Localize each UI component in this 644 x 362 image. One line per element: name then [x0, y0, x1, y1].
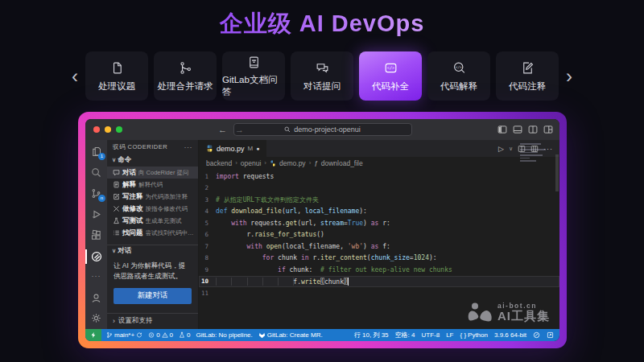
- history-nav: ← →: [218, 125, 244, 134]
- split-editor-icon[interactable]: [528, 125, 538, 134]
- explorer-badge: 1: [98, 153, 105, 160]
- ai-bot-logo-icon: [467, 302, 493, 323]
- tab-chat-ask[interactable]: 对话提问: [291, 51, 353, 101]
- layout-controls: [497, 125, 553, 134]
- tab-code-explain[interactable]: </> 代码解释: [427, 51, 490, 101]
- code-line: 3# 从指定URL下载文件到指定文件夹: [199, 194, 559, 206]
- commands-section-header[interactable]: ∨命令: [107, 154, 198, 167]
- toggle-panel-icon[interactable]: [513, 125, 522, 134]
- code-line: 1import requests: [199, 171, 559, 183]
- minimap-line: [520, 149, 546, 150]
- page: 企业级 AI DevOps ‹ 处理议题 处理合并请求 GitLab文档问答: [0, 0, 644, 362]
- run-debug-icon: [90, 208, 102, 220]
- command-chat[interactable]: 对话 向 CodeRider 提问: [107, 167, 198, 179]
- status-bar: main*+ 0 0 0 GitLab: No pipeline.: [85, 329, 559, 341]
- tab-filename: demo.py: [217, 145, 245, 153]
- beaker-icon: [179, 331, 185, 339]
- account-icon[interactable]: [90, 292, 102, 304]
- toggle-sidebar-icon[interactable]: [497, 125, 507, 134]
- branch-status[interactable]: main*+: [106, 331, 142, 339]
- traffic-lights: [93, 126, 122, 133]
- python-runtime[interactable]: 3.9.6 64-bit: [494, 331, 526, 339]
- feedback-icon[interactable]: [547, 331, 554, 339]
- tab-label: 代码补全: [372, 80, 409, 93]
- command-center-search[interactable]: demo-project-openui: [233, 123, 412, 136]
- carousel-prev-button[interactable]: ‹: [64, 67, 85, 86]
- remote-lightning-icon: [90, 331, 97, 339]
- window-body: 1 n: [85, 140, 559, 329]
- coderider-status-icon[interactable]: [533, 331, 540, 339]
- tab-label: 处理议题: [98, 80, 135, 93]
- run-chevron-icon[interactable]: ∨: [509, 146, 513, 152]
- coderider-sidebar: 驭码 CODERIDER ··· ∨命令 对话 向 CodeRider 提问 解…: [107, 140, 199, 329]
- activity-search[interactable]: [85, 167, 107, 179]
- tab-code-completion[interactable]: </> 代码补全: [359, 51, 422, 101]
- minimap-line: [520, 154, 543, 156]
- activity-run-debug[interactable]: [85, 208, 107, 220]
- code-line: 6 r.raise_for_status(): [199, 229, 559, 241]
- feature-carousel: ‹ 处理议题 处理合并请求 GitLab文档问答: [0, 51, 644, 101]
- chat-section-header[interactable]: ∨对话: [107, 245, 198, 257]
- breadcrumb-sep: ›: [235, 159, 237, 167]
- titlebar: ← → demo-project-openui: [85, 119, 559, 140]
- minimap-line: [520, 158, 530, 159]
- settings-support-footer[interactable]: › 设置和支持: [107, 313, 198, 329]
- sync-icon: [136, 331, 142, 339]
- minimap[interactable]: [520, 143, 552, 162]
- carousel-next-button[interactable]: ›: [559, 67, 580, 86]
- problems-status[interactable]: 0 0: [148, 331, 173, 339]
- forward-icon[interactable]: →: [235, 125, 244, 134]
- sidebar-more-icon[interactable]: ···: [184, 143, 193, 151]
- customize-layout-icon[interactable]: [543, 125, 553, 134]
- test-status[interactable]: 0: [179, 331, 190, 339]
- document-icon: [113, 181, 120, 188]
- gitlab-pipeline-status[interactable]: GitLab: No pipeline.: [196, 331, 252, 339]
- breadcrumb-sep: ›: [264, 159, 266, 167]
- tab-code-comment[interactable]: 代码注释: [496, 51, 559, 101]
- eol[interactable]: LF: [446, 331, 453, 339]
- beaker-icon: [113, 217, 120, 224]
- activity-source-control[interactable]: n: [85, 187, 107, 200]
- activity-bar-bottom: [90, 292, 102, 324]
- back-icon[interactable]: ←: [218, 125, 227, 134]
- activity-coderider[interactable]: [85, 250, 107, 263]
- new-chat-button[interactable]: 新建对话: [114, 288, 192, 304]
- vscode-window-frame: ← → demo-project-openui: [78, 112, 567, 348]
- command-make-changes[interactable]: 做修改 按指令修改代码: [107, 203, 198, 215]
- minimap-line: [520, 152, 538, 154]
- watermark: ai-bot.cn AI工具集: [467, 302, 550, 323]
- zoom-button[interactable]: [116, 126, 122, 133]
- search-value: demo-project-openui: [294, 125, 361, 134]
- tab-label: 处理合并请求: [158, 80, 213, 93]
- git-branch-icon: [106, 331, 113, 339]
- tab-handle-merge-requests[interactable]: 处理合并请求: [154, 51, 217, 101]
- command-explain[interactable]: 解释 解释代码: [107, 179, 198, 191]
- activity-explorer[interactable]: 1: [85, 146, 107, 158]
- close-button[interactable]: [93, 126, 100, 133]
- code-explain-icon: </>: [452, 60, 467, 76]
- activity-more[interactable]: ···: [92, 272, 101, 280]
- chevron-down-icon: ∨: [112, 157, 116, 162]
- minimize-button[interactable]: [105, 126, 111, 133]
- python-file-icon: [270, 160, 276, 167]
- cursor-position[interactable]: 行 10, 列 35: [354, 331, 389, 339]
- indent-setting[interactable]: 空格: 4: [395, 331, 415, 339]
- remote-indicator[interactable]: [85, 329, 101, 341]
- tab-gitlab-doc-qa[interactable]: GitLab文档问答: [222, 51, 285, 101]
- command-write-comments[interactable]: 写注释 为代码添加注释: [107, 191, 198, 203]
- command-write-tests[interactable]: 写测试 生成单元测试: [107, 215, 198, 227]
- breadcrumb[interactable]: backend › openui › demo.py › ƒ download_…: [199, 157, 559, 169]
- tab-demo-py[interactable]: demo.py M ●: [199, 140, 266, 157]
- command-find-problems[interactable]: 找问题 尝试找到代码中的坏...: [107, 227, 198, 239]
- language-mode[interactable]: { } Python: [460, 331, 487, 339]
- gear-icon[interactable]: [90, 312, 102, 324]
- encoding[interactable]: UTF-8: [421, 331, 440, 339]
- gitlab-create-mr[interactable]: GitLab: Create MR.: [258, 331, 323, 339]
- code-completion-icon: </>: [383, 60, 398, 76]
- run-icon[interactable]: ▷: [498, 145, 504, 153]
- tab-handle-issues[interactable]: 处理议题: [85, 51, 148, 101]
- watermark-name: AI工具集: [497, 310, 550, 323]
- note-icon: [113, 193, 120, 200]
- activity-extensions[interactable]: [85, 229, 107, 241]
- scrollbar-thumb[interactable]: [555, 154, 559, 191]
